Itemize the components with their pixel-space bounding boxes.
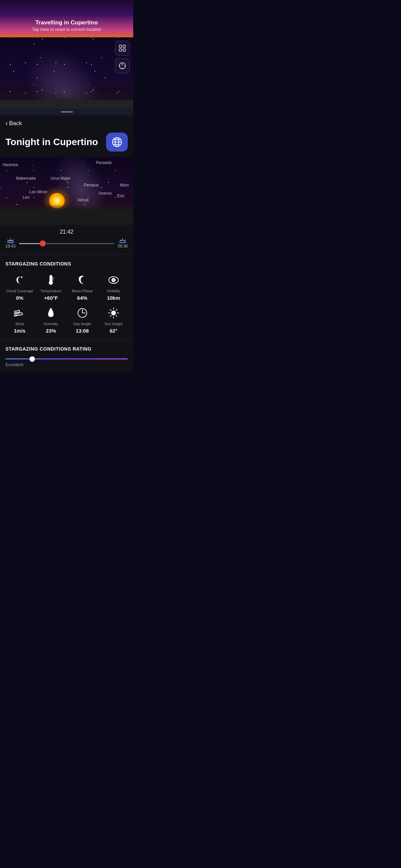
eris-label: Eris: [117, 194, 124, 198]
moon-phase-value: 64%: [77, 295, 87, 301]
perseids-label: Perseids: [96, 160, 112, 165]
top-banner[interactable]: Travelling in Cupertino Tap here to rese…: [0, 0, 133, 37]
rating-bar: [5, 358, 128, 359]
sun-height-label: Sun height: [105, 322, 123, 326]
conditions-title: STARGAZING CONDITIONS: [5, 261, 128, 267]
day-length-label: Day length: [73, 322, 91, 326]
uranus-label: Uranus: [99, 191, 112, 196]
condition-wind: Wind 1m/s: [5, 306, 34, 334]
condition-daylength: Day length 13:08: [68, 306, 97, 334]
slider-track-bg: [19, 243, 114, 244]
moon-phase-icon: [76, 273, 89, 287]
leo-label: Leo: [23, 195, 29, 200]
bottom-panel: ‹ Back Tonight in Cupertino Haumea Perse…: [0, 115, 133, 373]
slider-thumb[interactable]: [40, 240, 46, 246]
svg-rect-3: [123, 49, 125, 51]
rating-dot: [29, 356, 35, 362]
sunset-icon: [7, 238, 14, 243]
humidity-value: 23%: [46, 328, 56, 334]
svg-rect-1: [123, 45, 125, 47]
wind-value: 1m/s: [14, 328, 25, 334]
makemake-label: Makemake: [16, 176, 36, 181]
svg-rect-12: [51, 276, 52, 281]
time-slider-section: 21:42 19:43: [0, 225, 133, 254]
sunrise-icon: [119, 238, 126, 243]
slider-fill: [19, 243, 43, 244]
temperature-value: +60°F: [44, 295, 58, 301]
visibility-label: Visibility: [107, 289, 120, 293]
overlay-buttons: [115, 41, 130, 73]
back-row: ‹ Back: [0, 115, 133, 130]
cloud-coverage-icon: [13, 273, 26, 287]
perseus-label: Perseus: [84, 183, 99, 188]
ar-button[interactable]: [115, 41, 130, 56]
drag-handle: [61, 111, 73, 113]
wind-label: Wind: [16, 322, 24, 326]
visibility-value: 10km: [107, 295, 120, 301]
svg-point-19: [111, 311, 116, 315]
time-slider-track[interactable]: [19, 240, 114, 247]
temperature-label: Temperature: [40, 289, 61, 293]
rating-label: Excellent: [5, 362, 128, 367]
venus-label: Venus: [77, 198, 88, 202]
rating-section: STARGAZING CONDITIONS RATING Excellent: [0, 339, 133, 373]
ursa-major-label: Ursa Major: [51, 176, 71, 181]
day-length-icon: [76, 306, 89, 320]
svg-line-25: [116, 315, 117, 316]
svg-line-27: [110, 315, 111, 316]
reset-location-subtitle: Tap here to reset to current location: [32, 27, 101, 32]
svg-line-26: [116, 310, 117, 311]
svg-line-24: [110, 310, 111, 311]
condition-sunheight: Sun height 62°: [99, 306, 128, 334]
sunrise-group: 06:36: [118, 238, 128, 249]
sun-height-value: 62°: [110, 328, 118, 334]
condition-humidity: Humidity 23%: [37, 306, 65, 334]
wind-icon: [13, 306, 26, 320]
visibility-icon: [107, 273, 120, 287]
condition-temp: Temperature +60°F: [37, 273, 65, 301]
svg-point-15: [113, 279, 114, 281]
cloud-coverage-label: Cloud Coverage: [6, 289, 33, 293]
back-chevron-icon: ‹: [5, 119, 8, 127]
location-title: Travelling in Cupertino: [35, 19, 98, 26]
condition-moon: Moon Phase 64%: [68, 273, 97, 301]
temperature-icon: [44, 273, 58, 287]
sunset-time: 19:43: [5, 244, 16, 249]
current-time-display: 21:42: [5, 229, 128, 235]
globe-button[interactable]: [106, 133, 128, 152]
sunrise-time: 06:36: [118, 244, 128, 249]
slider-row: 19:43 06:36: [5, 238, 128, 249]
condition-visibility: Visibility 10km: [99, 273, 128, 301]
haumea-label: Haumea: [3, 162, 18, 167]
mars-label: Mars: [120, 183, 129, 188]
sun-height-icon: [107, 306, 120, 320]
title-row: Tonight in Cupertino: [0, 130, 133, 157]
conditions-section: STARGAZING CONDITIONS Cloud Coverage 0%: [0, 254, 133, 339]
leo-minor-label: Leo Minor: [29, 190, 47, 194]
cloud-coverage-value: 0%: [16, 295, 23, 301]
svg-rect-0: [119, 45, 122, 47]
compass-button[interactable]: [115, 58, 130, 73]
sunset-group: 19:43: [5, 238, 16, 249]
page-title: Tonight in Cupertino: [5, 137, 98, 147]
day-length-value: 13:08: [76, 328, 88, 334]
back-button[interactable]: ‹ Back: [5, 119, 22, 127]
conditions-grid: Cloud Coverage 0% Temperature +60°F: [5, 273, 128, 334]
star-field-top: [0, 37, 133, 108]
svg-point-8: [49, 281, 53, 284]
back-label: Back: [9, 120, 22, 127]
humidity-label: Humidity: [44, 322, 58, 326]
horizon-ground: [0, 211, 133, 225]
drag-handle-container[interactable]: [0, 108, 133, 115]
svg-rect-2: [119, 49, 122, 51]
moon-phase-label: Moon Phase: [72, 289, 93, 293]
rating-title: STARGAZING CONDITIONS RATING: [5, 346, 128, 352]
sky-strip[interactable]: Haumea Perseids Makemake Ursa Major Pers…: [0, 157, 133, 225]
rating-bar-container: [5, 358, 128, 359]
humidity-icon: [44, 306, 58, 320]
condition-cloud: Cloud Coverage 0%: [5, 273, 34, 301]
